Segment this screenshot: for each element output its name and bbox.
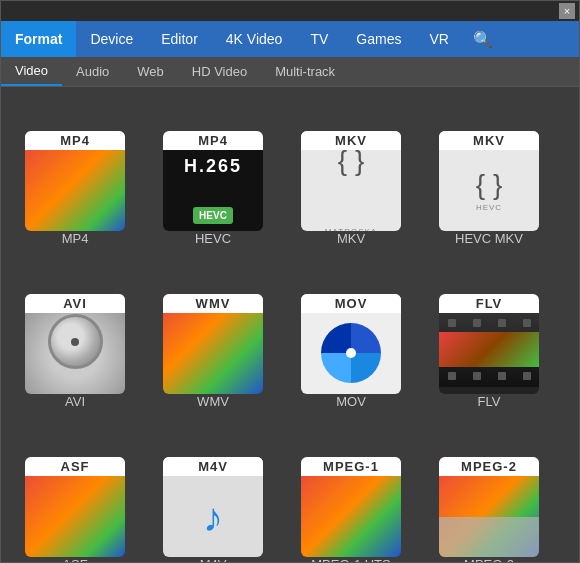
format-label-hevc: HEVC: [195, 231, 231, 246]
sub-nav-audio[interactable]: Audio: [62, 57, 123, 86]
format-card-mov[interactable]: MOV MOV: [286, 264, 416, 419]
nav-item-4kvideo[interactable]: 4K Video: [212, 21, 297, 57]
format-card-avi[interactable]: AVI AVI: [10, 264, 140, 419]
format-card-hevc[interactable]: MP4 H.265 HEVC HEVC: [148, 101, 278, 256]
format-label-wmv: WMV: [197, 394, 229, 409]
nav-item-vr[interactable]: VR: [415, 21, 462, 57]
format-label-hevc-mkv: HEVC MKV: [455, 231, 523, 246]
format-label-avi: AVI: [65, 394, 85, 409]
format-label-mpeg2: MPEG-2: [464, 557, 514, 562]
format-label-mov: MOV: [336, 394, 366, 409]
sub-nav-multi-track[interactable]: Multi-track: [261, 57, 349, 86]
nav-item-editor[interactable]: Editor: [147, 21, 212, 57]
format-card-mpeg1[interactable]: MPEG-1 MPEG-1 HTS: [286, 427, 416, 562]
format-label-mpeg1: MPEG-1 HTS: [311, 557, 390, 562]
format-label-mkv: MKV: [337, 231, 365, 246]
close-button[interactable]: ×: [559, 3, 575, 19]
format-grid: MP4 MP4 MP4 H.265 HEVC HEVC MKV { } MATR…: [1, 87, 579, 562]
format-card-mp4[interactable]: MP4 MP4: [10, 101, 140, 256]
format-card-wmv[interactable]: WMV WMV: [148, 264, 278, 419]
nav-item-device[interactable]: Device: [76, 21, 147, 57]
sub-nav-video[interactable]: Video: [1, 57, 62, 86]
nav-item-format[interactable]: Format: [1, 21, 76, 57]
format-card-flv[interactable]: FLV FLV: [424, 264, 554, 419]
format-label-m4v: M4V: [200, 557, 227, 562]
format-card-mpeg2[interactable]: MPEG-2 MPEG-2: [424, 427, 554, 562]
sub-nav-hd-video[interactable]: HD Video: [178, 57, 261, 86]
format-label-flv: FLV: [478, 394, 501, 409]
format-card-asf[interactable]: ASF ASF: [10, 427, 140, 562]
format-card-mkv[interactable]: MKV { } MATROSKA MKV: [286, 101, 416, 256]
search-icon[interactable]: 🔍: [463, 21, 503, 57]
format-card-m4v[interactable]: M4V ♪ M4V: [148, 427, 278, 562]
main-window: × Format Device Editor 4K Video TV Games…: [0, 0, 580, 563]
top-nav: Format Device Editor 4K Video TV Games V…: [1, 21, 579, 57]
title-bar: ×: [1, 1, 579, 21]
nav-item-tv[interactable]: TV: [296, 21, 342, 57]
sub-nav: Video Audio Web HD Video Multi-track: [1, 57, 579, 87]
format-label-mp4: MP4: [62, 231, 89, 246]
sub-nav-web[interactable]: Web: [123, 57, 178, 86]
format-label-asf: ASF: [62, 557, 87, 562]
nav-item-games[interactable]: Games: [342, 21, 415, 57]
format-card-hevc-mkv[interactable]: MKV { } HEVC HEVC MKV: [424, 101, 554, 256]
